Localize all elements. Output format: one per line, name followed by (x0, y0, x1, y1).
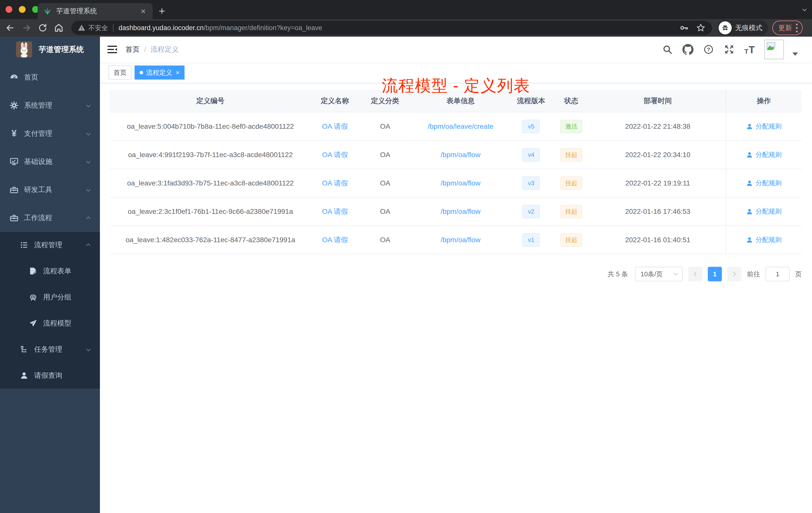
cell-category: OA (359, 198, 411, 225)
cell-deploy-time: 2022-01-16 17:46:53 (590, 198, 726, 225)
sidebar-item-leave-query[interactable]: 请假查询 (0, 362, 100, 389)
incognito-badge[interactable]: 无痕模式 (718, 20, 768, 35)
back-button[interactable] (4, 22, 16, 33)
user-icon (19, 370, 29, 381)
assign-rule-link[interactable]: 分配规则 (746, 150, 782, 159)
form-link[interactable]: /bpm/oa/flow (441, 236, 481, 244)
sidebar-item-process-management[interactable]: 流程管理 (0, 232, 100, 258)
avatar[interactable] (764, 40, 784, 59)
breadcrumb-home[interactable]: 首页 (125, 45, 140, 54)
tab-search-icon[interactable] (803, 7, 806, 11)
table-row: oa_leave:1:482ec033-762a-11ec-8477-a2380… (110, 226, 802, 254)
sidebar-item-label: 请假查询 (34, 371, 62, 380)
browser-update-button[interactable]: 更新 (772, 21, 803, 35)
sidebar-item-task-management[interactable]: 任务管理 (0, 336, 100, 362)
reload-button[interactable] (37, 22, 48, 33)
form-link[interactable]: /bpm/oa/leave/create (428, 122, 494, 130)
app-window: 芋道管理系统 首页 系统管理 ¥ (0, 37, 812, 513)
pagination-total: 共 5 条 (608, 270, 628, 279)
sidebar-item-label: 流程表单 (43, 266, 71, 276)
sidebar-item-process-form[interactable]: 流程表单 (0, 258, 100, 284)
assign-rule-link[interactable]: 分配规则 (746, 235, 782, 244)
sidebar-item-devtools[interactable]: 研发工具 (0, 176, 100, 204)
sidebar-item-workflow[interactable]: 工作流程 (0, 204, 100, 232)
next-page-button[interactable] (727, 267, 742, 281)
definition-name-link[interactable]: OA 请假 (322, 235, 348, 245)
sidebar-item-process-model[interactable]: 流程模型 (0, 310, 100, 336)
sidebar-item-label: 支付管理 (24, 129, 52, 138)
main-panel: 首页 / 流程定义 ? (100, 37, 812, 513)
minimize-window-button[interactable] (19, 6, 26, 13)
assign-rule-link[interactable]: 分配规则 (746, 122, 782, 131)
browser-tab[interactable]: 芋道管理系统 × (38, 3, 153, 19)
table-row: oa_leave:5:004b710b-7b8a-11ec-8ef0-acde4… (110, 113, 802, 141)
definition-name-link[interactable]: OA 请假 (322, 150, 348, 160)
chevron-down-icon (87, 103, 90, 108)
sidebar-item-label: 任务管理 (34, 344, 62, 354)
user-icon (746, 208, 753, 215)
bookmark-star-icon[interactable] (696, 23, 705, 33)
status-badge: 激活 (560, 120, 582, 133)
definition-name-link[interactable]: OA 请假 (322, 178, 348, 188)
home-button[interactable] (53, 22, 64, 33)
pagination: 共 5 条 10条/页 1 前往 1 页 (110, 267, 802, 281)
tab-close-icon[interactable]: × (139, 7, 147, 15)
briefcase-icon (9, 213, 19, 223)
definition-name-link[interactable]: OA 请假 (322, 122, 348, 131)
goto-label: 前往 (747, 270, 760, 279)
sidebar-item-system[interactable]: 系统管理 (0, 91, 100, 119)
status-badge: 挂起 (560, 205, 582, 218)
tag-home[interactable]: 首页 (109, 65, 132, 80)
navbar-right-menu: ? TT (661, 37, 798, 62)
chevron-down-icon (87, 131, 90, 136)
sidebar-item-infrastructure[interactable]: 基础设施 (0, 148, 100, 176)
cell-deploy-time: 2022-01-22 19:19:11 (590, 169, 726, 197)
form-link[interactable]: /bpm/oa/flow (441, 151, 481, 159)
sidebar-item-payment[interactable]: ¥ 支付管理 (0, 119, 100, 148)
sidebar: 芋道管理系统 首页 系统管理 ¥ (0, 37, 100, 513)
sidebar-toggle-icon[interactable] (108, 45, 117, 54)
close-window-button[interactable] (5, 6, 12, 13)
tag-close-icon[interactable]: × (176, 69, 179, 77)
current-page-button[interactable]: 1 (708, 267, 722, 281)
password-key-icon[interactable] (679, 23, 689, 33)
font-size-icon[interactable]: TT (744, 43, 756, 56)
form-link[interactable]: /bpm/oa/flow (441, 179, 481, 187)
form-link[interactable]: /bpm/oa/flow (441, 208, 481, 216)
goto-page-input[interactable]: 1 (765, 267, 790, 281)
chevron-down-icon (674, 271, 678, 276)
tag-label: 流程定义 (146, 68, 172, 77)
tag-process-definition[interactable]: 流程定义 × (135, 65, 184, 80)
browser-menu-icon[interactable] (796, 24, 798, 32)
cell-deploy-time: 2022-01-16 01:40:51 (590, 226, 726, 254)
new-tab-button[interactable]: + (159, 5, 165, 17)
assign-rule-link[interactable]: 分配规则 (746, 179, 782, 187)
cell-definition-id: oa_leave:3:1fad3d93-7b75-11ec-a3c8-acde4… (110, 169, 311, 197)
sidebar-logo[interactable]: 芋道管理系统 (0, 37, 100, 62)
page-size-select[interactable]: 10条/页 (635, 267, 683, 281)
forward-button[interactable] (21, 22, 32, 33)
sidebar-item-home[interactable]: 首页 (0, 63, 100, 91)
assign-rule-link[interactable]: 分配规则 (746, 207, 782, 216)
url-bar[interactable]: 不安全 dashboard.yudao.iocoder.cn/bpm/manag… (71, 21, 712, 35)
sidebar-item-label: 用户分组 (43, 292, 71, 302)
chevron-down-icon (87, 347, 90, 352)
sidebar-item-label: 流程模型 (43, 319, 71, 328)
avatar-caret-icon[interactable] (792, 53, 798, 56)
cell-definition-id: oa_leave:2:3c1f0ef1-76b1-11ec-9c66-a2380… (110, 198, 311, 225)
workflow-submenu: 流程管理 流程表单 用户分组 (0, 232, 100, 389)
dashboard-icon (9, 72, 19, 82)
sidebar-item-label: 研发工具 (24, 185, 52, 194)
logo-image (16, 41, 32, 58)
help-icon[interactable]: ? (702, 43, 715, 56)
url-text[interactable]: dashboard.yudao.iocoder.cn/bpm/manager/d… (118, 24, 674, 32)
annotation-title: 流程模型 - 定义列表 (382, 75, 530, 97)
prev-page-button[interactable] (688, 267, 702, 281)
search-icon[interactable] (661, 43, 673, 56)
url-divider (113, 24, 114, 32)
github-icon[interactable] (682, 43, 694, 56)
fullscreen-icon[interactable] (723, 43, 735, 56)
sidebar-item-user-group[interactable]: 用户分组 (0, 284, 100, 310)
security-label[interactable]: 不安全 (88, 24, 108, 32)
definition-name-link[interactable]: OA 请假 (322, 207, 348, 216)
